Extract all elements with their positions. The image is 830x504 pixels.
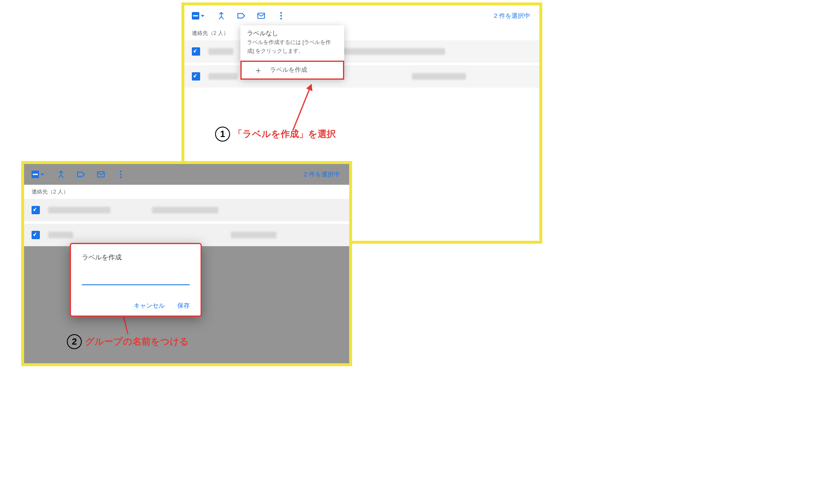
select-all-toggle[interactable] [190,11,206,20]
label-icon[interactable] [237,11,246,20]
selection-count: 2 件を選択中 [494,12,530,20]
contact-name-redacted [48,232,73,238]
caret-down-icon [201,15,204,17]
contact-email-redacted [412,73,466,80]
selection-count: 2 件を選択中 [304,171,340,179]
indeterminate-checkbox-icon [32,171,39,178]
merge-icon[interactable] [56,170,66,179]
more-vert-icon[interactable] [277,11,286,20]
annotation-step1: 1 「ラベルを作成」を選択 [215,127,336,142]
table-row[interactable] [184,40,539,63]
cancel-button[interactable]: キャンセル [134,302,165,310]
mail-icon[interactable] [96,170,105,179]
create-label-menu-item-label: ラベルを作成 [270,66,307,74]
mail-icon[interactable] [257,11,266,20]
label-dropdown-title: ラベルなし [247,29,338,37]
label-name-input[interactable] [82,273,190,285]
label-icon[interactable] [76,170,86,179]
table-row[interactable] [24,199,349,221]
list-header: 連絡先（2 人） [184,26,539,40]
contact-email-redacted [152,207,218,213]
label-dropdown: ラベルなし ラベルを作成するには [ラベルを作成] をクリックします。 ＋ ラベ… [240,25,344,78]
label-dropdown-subtitle: ラベルを作成するには [ラベルを作成] をクリックします。 [247,38,338,56]
annotation-step2: 2 グループの名前をつける [67,334,189,349]
step-number-badge: 1 [215,127,230,142]
select-all-toggle[interactable] [30,170,46,179]
row-checkbox[interactable] [32,231,40,239]
row-checkbox[interactable] [192,72,200,81]
more-vert-icon[interactable] [116,170,125,179]
dialog-title: ラベルを作成 [82,253,190,262]
plus-icon: ＋ [254,66,262,74]
step-number-badge: 2 [67,334,82,349]
table-row[interactable] [184,65,539,88]
list-header: 連絡先（2 人） [24,185,349,199]
step-text: 「ラベルを作成」を選択 [233,128,336,140]
toolbar: 2 件を選択中 [184,5,539,26]
contact-email-redacted [231,232,277,238]
create-label-menu-item[interactable]: ＋ ラベルを作成 [240,61,344,80]
merge-icon[interactable] [217,11,226,20]
contact-name-redacted [48,207,110,213]
contact-name-redacted [208,73,237,80]
step-text: グループの名前をつける [85,335,189,348]
caret-down-icon [41,174,44,176]
row-checkbox[interactable] [32,206,40,214]
contact-name-redacted [208,48,233,55]
contact-email-redacted [341,48,445,55]
save-button[interactable]: 保存 [177,302,190,310]
row-checkbox[interactable] [192,47,200,56]
create-label-dialog: ラベルを作成 キャンセル 保存 [70,243,202,317]
indeterminate-checkbox-icon [192,12,199,20]
toolbar: 2 件を選択中 [24,164,349,185]
